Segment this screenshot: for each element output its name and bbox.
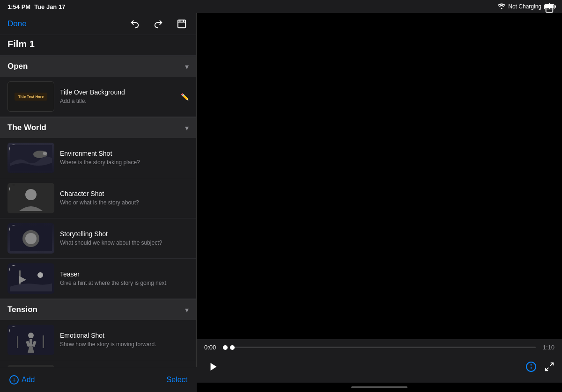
svg-point-8 (25, 233, 37, 244)
shot-desc-environment: Where is the story taking place? (60, 159, 183, 167)
shot-list[interactable]: Open ▾ Title Text Here Title Over Backgr… (0, 56, 196, 392)
done-button[interactable]: Done (7, 19, 27, 29)
shot-desc-storytelling: What should we know about the subject? (60, 239, 183, 247)
shot-item-environment[interactable]: + Environment Shot Where is the (0, 138, 196, 178)
redo-button[interactable] (151, 17, 165, 31)
title-card-inner: Title Text Here (15, 93, 47, 101)
progress-thumb[interactable] (230, 345, 235, 350)
shot-name-environment: Environment Shot (60, 150, 183, 157)
section-the-world: The World ▾ + (0, 117, 196, 299)
shot-item-storytelling[interactable]: + Storytelling Shot What should we know … (0, 218, 196, 259)
svg-point-13 (28, 333, 34, 338)
shot-name-character: Character Shot (60, 190, 183, 197)
section-body-open: Title Text Here Title Over Background Ad… (0, 77, 196, 117)
section-title-open: Open (7, 62, 28, 71)
section-body-the-world: + Environment Shot Where is the (0, 138, 196, 299)
wifi-icon (498, 3, 505, 10)
shot-name-teaser: Teaser (60, 270, 183, 278)
play-button[interactable] (204, 357, 223, 376)
shot-name-title: Title Over Background (60, 88, 175, 96)
home-indicator (197, 383, 562, 392)
shot-desc-teaser: Give a hint at where the story is going … (60, 279, 183, 287)
env-thumbnail: + (7, 143, 54, 173)
shot-item-character[interactable]: + Character Shot Who or what is the stor… (0, 178, 196, 218)
shot-info-emotional: Emotional Shot Show how the story is mov… (54, 332, 189, 348)
progress-bar-container: 0:00 1:10 (204, 344, 555, 351)
status-bar: 1:54 PM Tue Jan 17 Not Charging (0, 0, 562, 13)
shot-item-emotional[interactable]: + (0, 320, 196, 360)
video-controls: 0:00 1:10 (197, 339, 562, 383)
film-title: Film 1 (7, 39, 35, 49)
shot-info-storytelling: Storytelling Shot What should we know ab… (54, 230, 189, 247)
add-label: Add (22, 376, 35, 384)
charging-status: Not Charging (508, 3, 541, 10)
section-header-open[interactable]: Open ▾ (0, 56, 196, 77)
bottom-bar: + Add Select (0, 367, 197, 392)
progress-track[interactable] (232, 347, 536, 348)
section-open: Open ▾ Title Text Here Title Over Backgr… (0, 56, 196, 117)
shot-item-title-over-background[interactable]: Title Text Here Title Over Background Ad… (0, 77, 196, 117)
chevron-icon-open: ▾ (185, 62, 189, 71)
teaser-thumbnail: + (7, 263, 54, 294)
fullscreen-button[interactable] (544, 362, 555, 372)
emotional-thumbnail: + (7, 325, 54, 355)
share-button[interactable] (544, 13, 555, 15)
time: 1:54 PM (7, 3, 30, 10)
add-button[interactable]: + Add (9, 375, 35, 385)
section-header-tension[interactable]: Tension ▾ (0, 299, 196, 320)
date: Tue Jan 17 (34, 3, 65, 10)
shot-name-emotional: Emotional Shot (60, 332, 183, 339)
status-left: 1:54 PM Tue Jan 17 (7, 3, 65, 10)
shot-desc-character: Who or what is the story about? (60, 199, 183, 207)
section-header-the-world[interactable]: The World ▾ (0, 117, 196, 138)
select-button[interactable]: Select (167, 376, 187, 384)
shot-desc-emotional: Show how the story is moving forward. (60, 341, 183, 348)
svg-point-3 (43, 152, 47, 155)
clip-button[interactable] (175, 17, 189, 31)
toolbar-center (128, 17, 189, 31)
home-bar (351, 386, 407, 388)
chevron-icon-tension: ▾ (185, 305, 189, 314)
video-area (197, 13, 562, 339)
undo-button[interactable] (128, 17, 142, 31)
add-circle-icon: + (9, 375, 19, 385)
right-panel: 0:00 1:10 (197, 13, 562, 392)
shot-info-environment: Environment Shot Where is the story taki… (54, 150, 189, 167)
section-title-tension: Tension (7, 305, 37, 314)
edit-icon[interactable]: ✏️ (181, 93, 189, 101)
shot-item-teaser[interactable]: + Teaser Give a hint at where t (0, 259, 196, 299)
title-card-text: Title Text Here (18, 94, 44, 99)
svg-point-10 (37, 272, 43, 278)
svg-line-28 (546, 368, 548, 370)
svg-rect-17 (17, 336, 18, 348)
left-panel: Done (0, 13, 197, 392)
time-end: 1:10 (540, 344, 555, 351)
shot-name-storytelling: Storytelling Shot (60, 230, 183, 238)
shot-info-teaser: Teaser Give a hint at where the story is… (54, 270, 189, 287)
time-start: 0:00 (204, 344, 218, 351)
svg-point-5 (25, 189, 37, 200)
shot-desc-title: Add a title. (60, 97, 175, 105)
progress-dot-start (223, 345, 228, 350)
film-title-bar: Film 1 (0, 35, 196, 56)
chevron-icon-the-world: ▾ (185, 123, 189, 132)
right-controls (525, 361, 555, 372)
shot-info-character: Character Shot Who or what is the story … (54, 190, 189, 207)
svg-rect-18 (43, 335, 44, 348)
section-title-the-world: The World (7, 123, 46, 132)
svg-line-27 (550, 363, 553, 366)
shot-info-title: Title Over Background Add a title. (54, 88, 181, 105)
toolbar-left: Done (7, 19, 27, 29)
svg-marker-23 (211, 363, 217, 371)
char-thumbnail: + (7, 183, 54, 213)
toolbar: Done (0, 13, 196, 35)
story-thumbnail: + (7, 223, 54, 254)
title-card-thumbnail: Title Text Here (7, 81, 54, 112)
svg-rect-0 (178, 20, 186, 28)
controls-row (204, 356, 555, 378)
main-layout: Done (0, 13, 562, 392)
info-button[interactable] (525, 361, 537, 372)
